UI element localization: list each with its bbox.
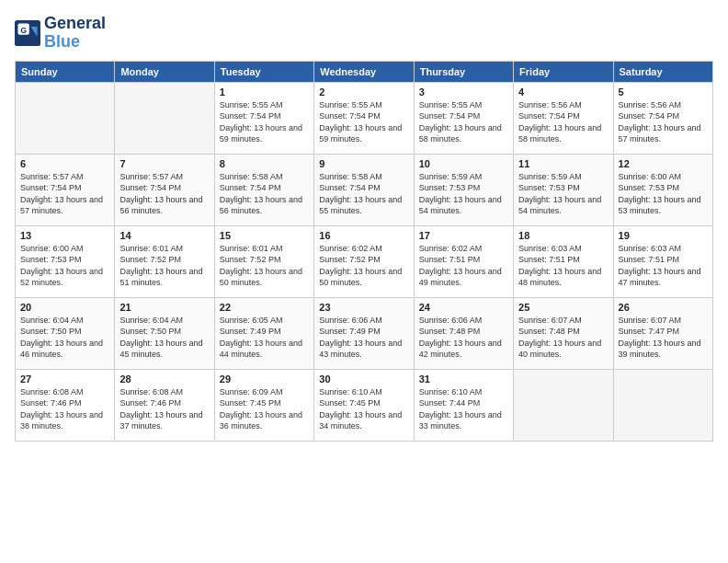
- weekday-header: Wednesday: [314, 61, 414, 82]
- calendar-cell: 12 Sunrise: 6:00 AM Sunset: 7:53 PM Dayl…: [613, 154, 712, 225]
- sunrise-label: Sunrise: 6:03 AM: [619, 244, 682, 253]
- calendar-cell: 3 Sunrise: 5:55 AM Sunset: 7:54 PM Dayli…: [414, 82, 513, 154]
- day-info: Sunrise: 5:58 AM Sunset: 7:54 PM Dayligh…: [319, 171, 408, 217]
- sunset-label: Sunset: 7:53 PM: [619, 183, 680, 192]
- daylight-label: Daylight: 13 hours and 40 minutes.: [518, 339, 601, 360]
- sunset-label: Sunset: 7:54 PM: [319, 111, 381, 121]
- day-info: Sunrise: 6:00 AM Sunset: 7:53 PM Dayligh…: [619, 171, 708, 217]
- sunrise-label: Sunrise: 6:09 AM: [220, 387, 283, 396]
- day-number: 3: [419, 86, 508, 98]
- sunset-label: Sunset: 7:50 PM: [20, 327, 82, 336]
- day-info: Sunrise: 6:05 AM Sunset: 7:49 PM Dayligh…: [220, 315, 309, 361]
- daylight-label: Daylight: 13 hours and 54 minutes.: [518, 195, 601, 216]
- daylight-label: Daylight: 13 hours and 42 minutes.: [419, 339, 502, 360]
- day-info: Sunrise: 6:03 AM Sunset: 7:51 PM Dayligh…: [518, 243, 608, 289]
- sunrise-label: Sunrise: 5:59 AM: [419, 172, 483, 181]
- day-info: Sunrise: 5:59 AM Sunset: 7:53 PM Dayligh…: [518, 171, 608, 217]
- calendar-cell: 30 Sunrise: 6:10 AM Sunset: 7:45 PM Dayl…: [314, 369, 414, 441]
- calendar-cell: 20 Sunrise: 6:04 AM Sunset: 7:50 PM Dayl…: [16, 297, 115, 369]
- calendar-cell: 28 Sunrise: 6:08 AM Sunset: 7:46 PM Dayl…: [115, 369, 214, 441]
- day-info: Sunrise: 5:58 AM Sunset: 7:54 PM Dayligh…: [220, 171, 309, 217]
- day-number: 14: [119, 230, 209, 241]
- sunrise-label: Sunrise: 6:10 AM: [319, 387, 382, 396]
- day-number: 15: [220, 230, 309, 241]
- calendar-cell: 15 Sunrise: 6:01 AM Sunset: 7:52 PM Dayl…: [214, 225, 313, 297]
- day-number: 7: [119, 158, 209, 169]
- day-info: Sunrise: 6:06 AM Sunset: 7:49 PM Dayligh…: [319, 315, 408, 361]
- sunset-label: Sunset: 7:50 PM: [119, 327, 181, 336]
- calendar-cell: 10 Sunrise: 5:59 AM Sunset: 7:53 PM Dayl…: [414, 154, 513, 225]
- sunset-label: Sunset: 7:54 PM: [619, 111, 680, 121]
- day-number: 12: [619, 158, 708, 169]
- day-info: Sunrise: 5:55 AM Sunset: 7:54 PM Dayligh…: [319, 99, 408, 145]
- day-info: Sunrise: 6:00 AM Sunset: 7:53 PM Dayligh…: [20, 243, 109, 289]
- daylight-label: Daylight: 13 hours and 33 minutes.: [419, 410, 502, 431]
- day-info: Sunrise: 6:07 AM Sunset: 7:48 PM Dayligh…: [518, 315, 608, 361]
- day-info: Sunrise: 6:03 AM Sunset: 7:51 PM Dayligh…: [619, 243, 708, 289]
- calendar-cell: 27 Sunrise: 6:08 AM Sunset: 7:46 PM Dayl…: [16, 369, 115, 441]
- day-number: 18: [518, 230, 608, 241]
- day-info: Sunrise: 6:01 AM Sunset: 7:52 PM Dayligh…: [220, 243, 309, 289]
- calendar-cell: 26 Sunrise: 6:07 AM Sunset: 7:47 PM Dayl…: [613, 297, 712, 369]
- sunset-label: Sunset: 7:48 PM: [419, 327, 481, 336]
- calendar-cell: 17 Sunrise: 6:02 AM Sunset: 7:51 PM Dayl…: [414, 225, 513, 297]
- weekday-header: Monday: [115, 61, 214, 82]
- sunrise-label: Sunrise: 6:03 AM: [518, 244, 582, 253]
- calendar-cell: [613, 369, 712, 441]
- calendar-cell: 1 Sunrise: 5:55 AM Sunset: 7:54 PM Dayli…: [214, 82, 313, 154]
- sunset-label: Sunset: 7:54 PM: [220, 111, 281, 121]
- daylight-label: Daylight: 13 hours and 59 minutes.: [220, 123, 302, 144]
- sunrise-label: Sunrise: 6:07 AM: [518, 316, 582, 325]
- calendar-cell: 14 Sunrise: 6:01 AM Sunset: 7:52 PM Dayl…: [115, 225, 214, 297]
- calendar-cell: 19 Sunrise: 6:03 AM Sunset: 7:51 PM Dayl…: [613, 225, 712, 297]
- daylight-label: Daylight: 13 hours and 48 minutes.: [518, 267, 601, 288]
- sunrise-label: Sunrise: 5:58 AM: [319, 172, 382, 181]
- sunset-label: Sunset: 7:53 PM: [419, 183, 481, 192]
- sunrise-label: Sunrise: 5:59 AM: [518, 172, 582, 181]
- daylight-label: Daylight: 13 hours and 59 minutes.: [319, 123, 402, 144]
- calendar-cell: 29 Sunrise: 6:09 AM Sunset: 7:45 PM Dayl…: [214, 369, 313, 441]
- sunset-label: Sunset: 7:52 PM: [119, 255, 181, 264]
- calendar-cell: 2 Sunrise: 5:55 AM Sunset: 7:54 PM Dayli…: [314, 82, 414, 154]
- sunrise-label: Sunrise: 6:02 AM: [319, 244, 382, 253]
- sunset-label: Sunset: 7:44 PM: [419, 398, 481, 408]
- sunset-label: Sunset: 7:52 PM: [319, 255, 381, 264]
- day-info: Sunrise: 6:09 AM Sunset: 7:45 PM Dayligh…: [220, 386, 309, 432]
- day-number: 24: [419, 302, 508, 313]
- daylight-label: Daylight: 13 hours and 39 minutes.: [619, 339, 701, 360]
- day-info: Sunrise: 6:02 AM Sunset: 7:51 PM Dayligh…: [419, 243, 508, 289]
- sunrise-label: Sunrise: 6:07 AM: [619, 316, 682, 325]
- svg-text:G: G: [20, 26, 27, 35]
- calendar-cell: 24 Sunrise: 6:06 AM Sunset: 7:48 PM Dayl…: [414, 297, 513, 369]
- weekday-header: Friday: [514, 61, 613, 82]
- calendar-week-row: 6 Sunrise: 5:57 AM Sunset: 7:54 PM Dayli…: [16, 154, 713, 225]
- daylight-label: Daylight: 13 hours and 37 minutes.: [119, 410, 202, 431]
- day-info: Sunrise: 6:01 AM Sunset: 7:52 PM Dayligh…: [119, 243, 209, 289]
- sunrise-label: Sunrise: 6:06 AM: [419, 316, 483, 325]
- daylight-label: Daylight: 13 hours and 54 minutes.: [419, 195, 502, 216]
- weekday-header: Thursday: [414, 61, 513, 82]
- sunset-label: Sunset: 7:49 PM: [220, 327, 281, 336]
- weekday-header: Sunday: [16, 61, 115, 82]
- daylight-label: Daylight: 13 hours and 58 minutes.: [518, 123, 601, 144]
- daylight-label: Daylight: 13 hours and 50 minutes.: [220, 267, 302, 288]
- day-number: 16: [319, 230, 408, 241]
- sunrise-label: Sunrise: 5:58 AM: [220, 172, 283, 181]
- day-number: 26: [619, 302, 708, 313]
- daylight-label: Daylight: 13 hours and 57 minutes.: [619, 123, 701, 144]
- calendar-cell: 13 Sunrise: 6:00 AM Sunset: 7:53 PM Dayl…: [16, 225, 115, 297]
- sunset-label: Sunset: 7:54 PM: [220, 183, 281, 192]
- weekday-header: Saturday: [613, 61, 712, 82]
- sunrise-label: Sunrise: 6:08 AM: [119, 387, 183, 396]
- day-number: 8: [220, 158, 309, 169]
- sunrise-label: Sunrise: 5:57 AM: [20, 172, 84, 181]
- day-info: Sunrise: 6:07 AM Sunset: 7:47 PM Dayligh…: [619, 315, 708, 361]
- day-info: Sunrise: 5:55 AM Sunset: 7:54 PM Dayligh…: [220, 99, 309, 145]
- calendar-week-row: 13 Sunrise: 6:00 AM Sunset: 7:53 PM Dayl…: [16, 225, 713, 297]
- sunset-label: Sunset: 7:52 PM: [220, 255, 281, 264]
- day-info: Sunrise: 6:10 AM Sunset: 7:44 PM Dayligh…: [419, 386, 508, 432]
- page: G General Blue SundayMondayTuesdayWednes…: [0, 0, 728, 563]
- day-number: 17: [419, 230, 508, 241]
- daylight-label: Daylight: 13 hours and 56 minutes.: [119, 195, 202, 216]
- day-number: 9: [319, 158, 408, 169]
